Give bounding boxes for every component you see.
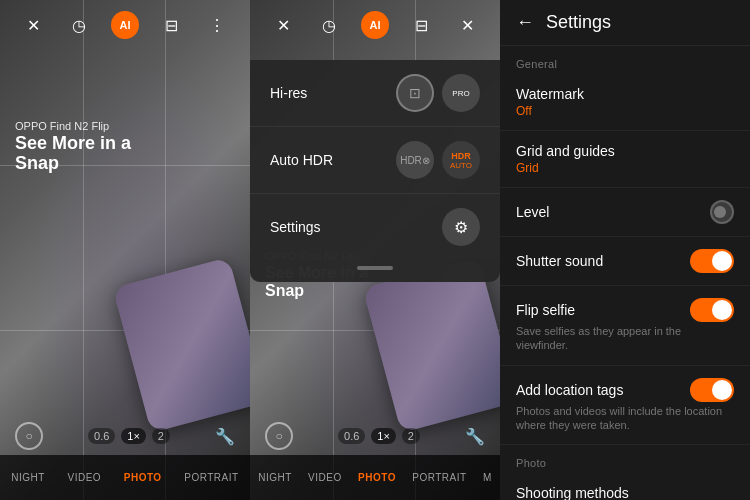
camera-top-bar-mid: ✕ ◷ AI ⊟ ✕ [250, 0, 500, 50]
flash-icon[interactable]: ✕ [19, 11, 47, 39]
zoom-1x[interactable]: 1× [121, 428, 146, 444]
mode-portrait[interactable]: PORTRAIT [184, 472, 238, 483]
zoom-2x[interactable]: 2 [152, 428, 170, 444]
phone-decoration-mid [350, 260, 500, 420]
camera-bottom-controls: ○ 0.6 1× 2 🔧 [0, 422, 250, 450]
camera-mode-bar-mid: NIGHT VIDEO PHOTO PORTRAIT M [250, 455, 500, 500]
mode-video-mid[interactable]: VIDEO [308, 472, 342, 483]
popup-autohdr-label: Auto HDR [270, 152, 333, 168]
level-toggle[interactable] [710, 200, 734, 224]
popup-hdr-icons: HDR⊗ HDR AUTO [396, 141, 480, 179]
flip-subtitle: Save selfies as they appear in the viewf… [516, 324, 734, 353]
settings-popup: Hi-res ⊡ PRO Auto HDR HDR⊗ HDR AUTO [250, 60, 500, 282]
popup-hires-row[interactable]: Hi-res ⊡ PRO [250, 60, 500, 127]
flip-title: Flip selfie [516, 302, 575, 318]
drag-indicator [250, 260, 500, 272]
settings-item-shutter[interactable]: Shutter sound [500, 237, 750, 286]
settings-title: Settings [546, 12, 611, 33]
back-button[interactable]: ← [516, 12, 534, 33]
hdr-auto-btn[interactable]: HDR AUTO [442, 141, 480, 179]
more-icon[interactable]: ⋮ [203, 11, 231, 39]
mode-night-mid[interactable]: NIGHT [258, 472, 292, 483]
focus-circle-mid[interactable]: ○ [265, 422, 293, 450]
ai-icon-mid[interactable]: AI [361, 11, 389, 39]
shutter-title: Shutter sound [516, 253, 603, 269]
timer-icon-mid[interactable]: ◷ [315, 11, 343, 39]
location-toggle[interactable] [690, 378, 734, 402]
settings-item-flip[interactable]: Flip selfie Save selfies as they appear … [500, 286, 750, 366]
grid-subtitle: Grid [516, 161, 734, 175]
settings-wrench-icon[interactable]: 🔧 [215, 427, 235, 446]
settings-item-watermark[interactable]: Watermark Off [500, 74, 750, 131]
zoom-2x-mid[interactable]: 2 [402, 428, 420, 444]
zoom-controls-mid: 0.6 1× 2 [338, 428, 420, 444]
timer-icon[interactable]: ◷ [65, 11, 93, 39]
mode-photo-mid[interactable]: PHOTO [358, 472, 396, 483]
camera-text-overlay: OPPO Find N2 Flip See More in aSnap [15, 120, 131, 174]
camera-bottom-controls-mid: ○ 0.6 1× 2 🔧 [250, 422, 500, 450]
settings-body: General Watermark Off Grid and guides Gr… [500, 46, 750, 500]
flash-icon-mid[interactable]: ✕ [269, 11, 297, 39]
focus-circle[interactable]: ○ [15, 422, 43, 450]
popup-settings-label: Settings [270, 219, 321, 235]
zoom-1x-mid[interactable]: 1× [371, 428, 396, 444]
mode-video[interactable]: VIDEO [68, 472, 102, 483]
phone-decoration [100, 260, 250, 420]
camera-panel-left: ✕ ◷ AI ⊟ ⋮ OPPO Find N2 Flip See More in… [0, 0, 250, 500]
watermark-subtitle: Off [516, 104, 734, 118]
ratio-icon-mid[interactable]: ⊟ [407, 11, 435, 39]
settings-wrench-icon-mid[interactable]: 🔧 [465, 427, 485, 446]
watermark-title: Watermark [516, 86, 584, 102]
settings-item-grid[interactable]: Grid and guides Grid [500, 131, 750, 188]
shutter-toggle[interactable] [690, 249, 734, 273]
gear-icon[interactable]: ⚙ [442, 208, 480, 246]
section-general-label: General [500, 46, 750, 74]
settings-header: ← Settings [500, 0, 750, 46]
camera-mode-bar: NIGHT VIDEO PHOTO PORTRAIT [0, 455, 250, 500]
level-title: Level [516, 204, 549, 220]
location-subtitle: Photos and videos will include the locat… [516, 404, 734, 433]
brand-text: OPPO Find N2 Flip [15, 120, 131, 132]
section-photo-label: Photo [500, 445, 750, 473]
ratio-icon[interactable]: ⊟ [157, 11, 185, 39]
settings-item-level[interactable]: Level [500, 188, 750, 237]
popup-hires-label: Hi-res [270, 85, 307, 101]
popup-settings-row[interactable]: Settings ⚙ [250, 194, 500, 260]
tagline-text: See More in aSnap [15, 134, 131, 174]
zoom-controls: 0.6 1× 2 [88, 428, 170, 444]
grid-title: Grid and guides [516, 143, 615, 159]
settings-item-shooting[interactable]: Shooting methods Tap to capture, Show pa… [500, 473, 750, 500]
close-icon-mid[interactable]: ✕ [453, 11, 481, 39]
settings-panel: ← Settings General Watermark Off Grid an… [500, 0, 750, 500]
mode-portrait-mid[interactable]: PORTRAIT [412, 472, 466, 483]
mode-m-mid[interactable]: M [483, 472, 492, 483]
mode-photo[interactable]: PHOTO [124, 472, 162, 483]
zoom-06[interactable]: 0.6 [88, 428, 115, 444]
mode-night[interactable]: NIGHT [11, 472, 45, 483]
hdr-off-btn[interactable]: HDR⊗ [396, 141, 434, 179]
camera-panel-mid: ✕ ◷ AI ⊟ ✕ Hi-res ⊡ PRO Auto HDR HDR⊗ [250, 0, 500, 500]
shooting-title: Shooting methods [516, 485, 629, 500]
popup-hires-icons: ⊡ PRO [396, 74, 480, 112]
settings-item-location[interactable]: Add location tags Photos and videos will… [500, 366, 750, 446]
popup-autohdr-row[interactable]: Auto HDR HDR⊗ HDR AUTO [250, 127, 500, 194]
flip-toggle[interactable] [690, 298, 734, 322]
location-title: Add location tags [516, 382, 623, 398]
hires-off-btn[interactable]: ⊡ [396, 74, 434, 112]
hires-on-btn[interactable]: PRO [442, 74, 480, 112]
zoom-06-mid[interactable]: 0.6 [338, 428, 365, 444]
ai-icon[interactable]: AI [111, 11, 139, 39]
camera-top-bar: ✕ ◷ AI ⊟ ⋮ [0, 0, 250, 50]
